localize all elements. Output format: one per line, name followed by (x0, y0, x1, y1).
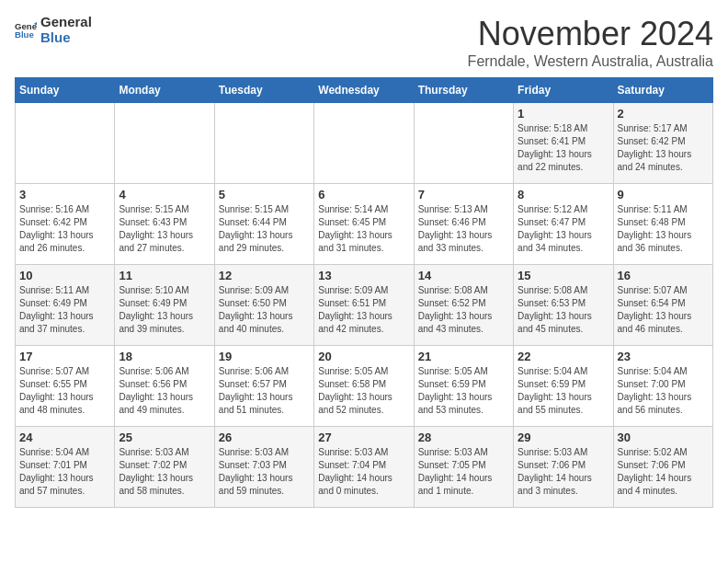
day-number: 9 (618, 188, 709, 201)
day-number: 6 (318, 188, 409, 201)
day-info: Sunrise: 5:04 AM Sunset: 7:01 PM Dayligh… (19, 446, 110, 498)
day-number: 17 (19, 350, 110, 363)
logo: General Blue General Blue (15, 15, 92, 45)
day-number: 1 (518, 107, 609, 121)
day-number: 24 (19, 431, 110, 444)
day-number: 2 (618, 107, 709, 121)
day-cell: 12Sunrise: 5:09 AM Sunset: 6:50 PM Dayli… (214, 265, 313, 346)
day-cell: 9Sunrise: 5:11 AM Sunset: 6:48 PM Daylig… (613, 184, 712, 265)
day-number: 5 (219, 188, 310, 201)
day-cell: 21Sunrise: 5:05 AM Sunset: 6:59 PM Dayli… (414, 346, 513, 427)
day-number: 10 (19, 269, 110, 282)
day-cell: 5Sunrise: 5:15 AM Sunset: 6:44 PM Daylig… (214, 184, 313, 265)
day-info: Sunrise: 5:11 AM Sunset: 6:49 PM Dayligh… (19, 284, 110, 336)
day-cell (214, 103, 313, 184)
day-number: 20 (318, 350, 409, 363)
day-number: 19 (219, 350, 310, 363)
week-row-4: 17Sunrise: 5:07 AM Sunset: 6:55 PM Dayli… (16, 346, 713, 427)
day-info: Sunrise: 5:03 AM Sunset: 7:06 PM Dayligh… (518, 446, 609, 498)
day-cell: 8Sunrise: 5:12 AM Sunset: 6:47 PM Daylig… (514, 184, 613, 265)
day-number: 27 (318, 431, 409, 444)
day-number: 23 (618, 350, 709, 363)
calendar-table: SundayMondayTuesdayWednesdayThursdayFrid… (15, 77, 713, 508)
day-cell: 11Sunrise: 5:10 AM Sunset: 6:49 PM Dayli… (115, 265, 214, 346)
week-row-1: 1Sunrise: 5:18 AM Sunset: 6:41 PM Daylig… (16, 103, 713, 184)
generalblue-logo-icon: General Blue (15, 19, 37, 41)
day-cell: 14Sunrise: 5:08 AM Sunset: 6:52 PM Dayli… (414, 265, 513, 346)
day-info: Sunrise: 5:02 AM Sunset: 7:06 PM Dayligh… (618, 446, 709, 498)
main-title: November 2024 (468, 15, 713, 53)
day-cell: 30Sunrise: 5:02 AM Sunset: 7:06 PM Dayli… (613, 427, 712, 508)
day-info: Sunrise: 5:16 AM Sunset: 6:42 PM Dayligh… (19, 203, 110, 255)
week-row-5: 24Sunrise: 5:04 AM Sunset: 7:01 PM Dayli… (16, 427, 713, 508)
day-info: Sunrise: 5:08 AM Sunset: 6:52 PM Dayligh… (418, 284, 509, 336)
day-number: 18 (119, 350, 210, 363)
day-info: Sunrise: 5:03 AM Sunset: 7:03 PM Dayligh… (219, 446, 310, 498)
header-cell-sunday: Sunday (16, 78, 115, 103)
header-cell-friday: Friday (514, 78, 613, 103)
day-info: Sunrise: 5:04 AM Sunset: 7:00 PM Dayligh… (618, 365, 709, 417)
day-cell: 7Sunrise: 5:13 AM Sunset: 6:46 PM Daylig… (414, 184, 513, 265)
day-cell: 22Sunrise: 5:04 AM Sunset: 6:59 PM Dayli… (514, 346, 613, 427)
day-info: Sunrise: 5:06 AM Sunset: 6:56 PM Dayligh… (119, 365, 210, 417)
subtitle: Ferndale, Western Australia, Australia (468, 53, 713, 70)
header-row: SundayMondayTuesdayWednesdayThursdayFrid… (16, 78, 713, 103)
day-cell: 1Sunrise: 5:18 AM Sunset: 6:41 PM Daylig… (514, 103, 613, 184)
day-cell: 27Sunrise: 5:03 AM Sunset: 7:04 PM Dayli… (314, 427, 414, 508)
day-info: Sunrise: 5:12 AM Sunset: 6:47 PM Dayligh… (518, 203, 609, 255)
day-cell: 16Sunrise: 5:07 AM Sunset: 6:54 PM Dayli… (613, 265, 712, 346)
logo-general: General (40, 15, 92, 30)
day-info: Sunrise: 5:05 AM Sunset: 6:59 PM Dayligh… (418, 365, 509, 417)
day-info: Sunrise: 5:15 AM Sunset: 6:43 PM Dayligh… (119, 203, 210, 255)
day-cell (115, 103, 214, 184)
day-info: Sunrise: 5:07 AM Sunset: 6:55 PM Dayligh… (19, 365, 110, 417)
day-cell: 29Sunrise: 5:03 AM Sunset: 7:06 PM Dayli… (514, 427, 613, 508)
day-cell (314, 103, 414, 184)
day-number: 26 (219, 431, 310, 444)
day-number: 12 (219, 269, 310, 282)
day-number: 7 (418, 188, 509, 201)
day-number: 13 (318, 269, 409, 282)
header-cell-saturday: Saturday (613, 78, 712, 103)
day-info: Sunrise: 5:13 AM Sunset: 6:46 PM Dayligh… (418, 203, 509, 255)
week-row-2: 3Sunrise: 5:16 AM Sunset: 6:42 PM Daylig… (16, 184, 713, 265)
day-cell: 2Sunrise: 5:17 AM Sunset: 6:42 PM Daylig… (613, 103, 712, 184)
day-cell: 10Sunrise: 5:11 AM Sunset: 6:49 PM Dayli… (16, 265, 115, 346)
day-number: 16 (618, 269, 709, 282)
day-cell: 3Sunrise: 5:16 AM Sunset: 6:42 PM Daylig… (16, 184, 115, 265)
day-cell: 17Sunrise: 5:07 AM Sunset: 6:55 PM Dayli… (16, 346, 115, 427)
day-number: 29 (518, 431, 609, 444)
day-number: 4 (119, 188, 210, 201)
day-info: Sunrise: 5:18 AM Sunset: 6:41 PM Dayligh… (518, 122, 609, 174)
day-info: Sunrise: 5:03 AM Sunset: 7:04 PM Dayligh… (318, 446, 409, 498)
day-cell: 6Sunrise: 5:14 AM Sunset: 6:45 PM Daylig… (314, 184, 414, 265)
day-info: Sunrise: 5:10 AM Sunset: 6:49 PM Dayligh… (119, 284, 210, 336)
day-number: 25 (119, 431, 210, 444)
day-number: 22 (518, 350, 609, 363)
logo-blue: Blue (40, 30, 92, 46)
day-info: Sunrise: 5:15 AM Sunset: 6:44 PM Dayligh… (219, 203, 310, 255)
day-number: 11 (119, 269, 210, 282)
day-info: Sunrise: 5:06 AM Sunset: 6:57 PM Dayligh… (219, 365, 310, 417)
day-number: 30 (618, 431, 709, 444)
day-info: Sunrise: 5:09 AM Sunset: 6:51 PM Dayligh… (318, 284, 409, 336)
day-info: Sunrise: 5:14 AM Sunset: 6:45 PM Dayligh… (318, 203, 409, 255)
day-cell: 23Sunrise: 5:04 AM Sunset: 7:00 PM Dayli… (613, 346, 712, 427)
day-info: Sunrise: 5:04 AM Sunset: 6:59 PM Dayligh… (518, 365, 609, 417)
day-number: 15 (518, 269, 609, 282)
day-info: Sunrise: 5:08 AM Sunset: 6:53 PM Dayligh… (518, 284, 609, 336)
day-number: 3 (19, 188, 110, 201)
title-area: November 2024 Ferndale, Western Australi… (468, 15, 713, 70)
day-cell: 26Sunrise: 5:03 AM Sunset: 7:03 PM Dayli… (214, 427, 313, 508)
week-row-3: 10Sunrise: 5:11 AM Sunset: 6:49 PM Dayli… (16, 265, 713, 346)
day-number: 8 (518, 188, 609, 201)
day-cell (414, 103, 513, 184)
day-info: Sunrise: 5:05 AM Sunset: 6:58 PM Dayligh… (318, 365, 409, 417)
day-info: Sunrise: 5:03 AM Sunset: 7:02 PM Dayligh… (119, 446, 210, 498)
day-cell: 4Sunrise: 5:15 AM Sunset: 6:43 PM Daylig… (115, 184, 214, 265)
day-info: Sunrise: 5:07 AM Sunset: 6:54 PM Dayligh… (618, 284, 709, 336)
day-cell: 28Sunrise: 5:03 AM Sunset: 7:05 PM Dayli… (414, 427, 513, 508)
header: General Blue General Blue November 2024 … (15, 15, 713, 70)
day-cell: 25Sunrise: 5:03 AM Sunset: 7:02 PM Dayli… (115, 427, 214, 508)
day-cell: 18Sunrise: 5:06 AM Sunset: 6:56 PM Dayli… (115, 346, 214, 427)
